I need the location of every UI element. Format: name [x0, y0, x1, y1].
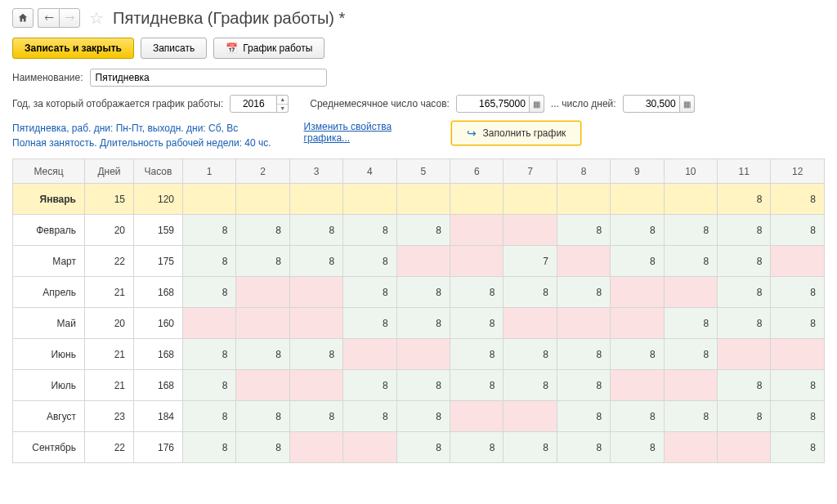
col-day[interactable]: 8 [557, 159, 610, 184]
day-cell[interactable]: 8 [236, 339, 289, 370]
day-cell[interactable]: 8 [771, 370, 825, 401]
day-cell[interactable]: 8 [664, 308, 717, 339]
table-row[interactable]: Июнь2116888888888 [13, 339, 825, 370]
table-row[interactable]: Сентябрь2217688888888 [13, 432, 825, 463]
day-cell[interactable] [718, 432, 771, 463]
day-cell[interactable]: 8 [396, 277, 450, 308]
day-cell[interactable] [504, 401, 557, 432]
avg-hours-calc-icon[interactable]: ▦ [530, 95, 544, 113]
day-cell[interactable]: 8 [718, 215, 771, 246]
day-cell[interactable] [343, 184, 396, 215]
day-cell[interactable]: 8 [504, 277, 557, 308]
day-cell[interactable]: 8 [557, 401, 610, 432]
col-day[interactable]: 12 [771, 159, 825, 184]
day-cell[interactable] [664, 277, 717, 308]
save-and-close-button[interactable]: Записать и закрыть [12, 38, 134, 59]
day-cell[interactable] [289, 184, 342, 215]
home-button[interactable] [12, 8, 34, 28]
day-cell[interactable] [504, 184, 557, 215]
table-row[interactable]: Январь1512088 [13, 184, 825, 215]
back-button[interactable]: 🡐 [38, 8, 59, 28]
month-cell[interactable]: Январь [13, 184, 85, 215]
day-cell[interactable]: 8 [504, 432, 557, 463]
day-cell[interactable]: 8 [504, 370, 557, 401]
hours-cell[interactable]: 159 [134, 215, 183, 246]
day-cell[interactable] [450, 246, 504, 277]
hours-cell[interactable]: 184 [134, 401, 183, 432]
day-cell[interactable]: 8 [771, 215, 825, 246]
year-input[interactable] [230, 95, 277, 113]
day-cell[interactable]: 8 [611, 215, 664, 246]
day-cell[interactable] [557, 184, 610, 215]
day-cell[interactable]: 8 [450, 370, 504, 401]
month-cell[interactable]: Май [13, 308, 85, 339]
day-cell[interactable]: 8 [611, 401, 664, 432]
col-day[interactable]: 2 [236, 159, 289, 184]
day-cell[interactable] [236, 184, 289, 215]
day-cell[interactable]: 8 [771, 184, 825, 215]
col-day[interactable]: 1 [183, 159, 236, 184]
day-cell[interactable]: 8 [611, 339, 664, 370]
day-cell[interactable] [343, 339, 396, 370]
day-cell[interactable] [611, 308, 664, 339]
table-row[interactable]: Август231848888888888 [13, 401, 825, 432]
day-cell[interactable]: 8 [557, 277, 610, 308]
day-cell[interactable]: 8 [450, 308, 504, 339]
day-cell[interactable]: 8 [664, 401, 717, 432]
days-cell[interactable]: 21 [85, 370, 134, 401]
day-cell[interactable]: 8 [664, 246, 717, 277]
day-cell[interactable]: 8 [396, 401, 450, 432]
day-cell[interactable] [236, 308, 289, 339]
col-day[interactable]: 4 [343, 159, 396, 184]
col-day[interactable]: 3 [289, 159, 342, 184]
favorite-star-icon[interactable]: ☆ [89, 8, 104, 28]
day-cell[interactable]: 8 [396, 308, 450, 339]
day-cell[interactable] [664, 370, 717, 401]
day-cell[interactable]: 8 [183, 339, 236, 370]
day-cell[interactable]: 8 [718, 246, 771, 277]
days-cell[interactable]: 21 [85, 277, 134, 308]
col-hours[interactable]: Часов [134, 159, 183, 184]
day-cell[interactable] [557, 246, 610, 277]
hours-cell[interactable]: 176 [134, 432, 183, 463]
day-cell[interactable] [396, 246, 450, 277]
days-cell[interactable]: 22 [85, 246, 134, 277]
month-cell[interactable]: Февраль [13, 215, 85, 246]
day-cell[interactable]: 8 [450, 339, 504, 370]
day-cell[interactable]: 8 [718, 184, 771, 215]
table-row[interactable]: Февраль201598888888888 [13, 215, 825, 246]
col-day[interactable]: 11 [718, 159, 771, 184]
day-cell[interactable]: 8 [289, 401, 342, 432]
day-cell[interactable]: 8 [771, 308, 825, 339]
days-cell[interactable]: 21 [85, 339, 134, 370]
day-cell[interactable] [611, 370, 664, 401]
hours-cell[interactable]: 120 [134, 184, 183, 215]
day-cell[interactable] [183, 184, 236, 215]
day-cell[interactable]: 8 [450, 277, 504, 308]
day-cell[interactable] [236, 277, 289, 308]
col-day[interactable]: 10 [664, 159, 717, 184]
day-cell[interactable] [450, 401, 504, 432]
day-cell[interactable]: 8 [236, 432, 289, 463]
month-cell[interactable]: Апрель [13, 277, 85, 308]
day-cell[interactable]: 8 [771, 401, 825, 432]
day-cell[interactable] [504, 215, 557, 246]
name-input[interactable] [90, 69, 327, 87]
day-cell[interactable] [289, 370, 342, 401]
edit-properties-link[interactable]: Изменить свойства графика... [304, 121, 392, 144]
day-cell[interactable] [396, 339, 450, 370]
day-cell[interactable]: 8 [718, 370, 771, 401]
day-cell[interactable] [664, 432, 717, 463]
day-cell[interactable]: 8 [343, 246, 396, 277]
day-cell[interactable]: 8 [183, 401, 236, 432]
forward-button[interactable]: 🡒 [59, 8, 80, 28]
day-cell[interactable] [343, 432, 396, 463]
day-cell[interactable] [771, 246, 825, 277]
day-cell[interactable] [771, 339, 825, 370]
day-cell[interactable] [396, 184, 450, 215]
table-row[interactable]: Апрель2116888888888 [13, 277, 825, 308]
days-cell[interactable]: 20 [85, 215, 134, 246]
day-cell[interactable]: 8 [343, 215, 396, 246]
day-cell[interactable]: 8 [343, 401, 396, 432]
day-cell[interactable] [557, 308, 610, 339]
